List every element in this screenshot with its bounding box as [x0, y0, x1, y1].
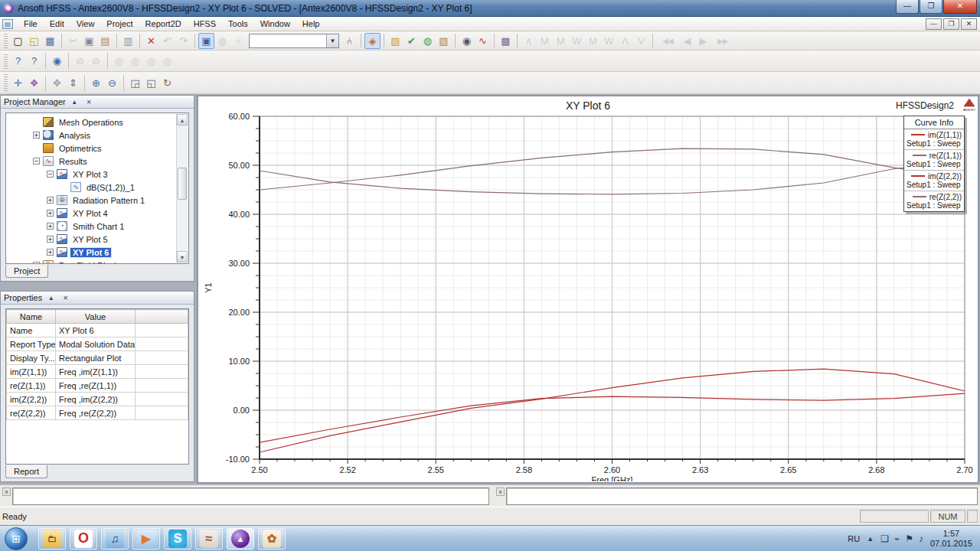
print-icon[interactable]: ▥: [120, 33, 136, 49]
tree-item-optimetrics[interactable]: Optimetrics: [7, 142, 176, 155]
scroll-thumb[interactable]: [178, 168, 187, 200]
validate-icon[interactable]: ▨: [387, 33, 403, 49]
paste-icon[interactable]: ▤: [97, 33, 113, 49]
table-row[interactable]: Report TypeModal Solution Data: [7, 337, 188, 351]
menu-item-report2d[interactable]: Report2D: [139, 18, 188, 30]
minimize-button[interactable]: —: [896, 0, 919, 14]
collapse-minus-icon[interactable]: −: [47, 171, 54, 178]
expand-plus-icon[interactable]: +: [47, 249, 54, 256]
expand-plus-icon[interactable]: +: [47, 236, 54, 243]
profile-icon[interactable]: ▧: [436, 33, 452, 49]
tree-item-port-field-display[interactable]: +ᴿPort Field Display: [7, 259, 176, 264]
tab-report[interactable]: Report: [5, 465, 47, 478]
expand-plus-icon[interactable]: +: [47, 210, 54, 217]
delete-icon[interactable]: ✕: [143, 33, 159, 49]
tree-item-xy-plot-4[interactable]: +∿XY Plot 4: [7, 207, 176, 220]
property-value-cell[interactable]: XY Plot 6: [56, 324, 136, 337]
message-close-icon[interactable]: x: [496, 487, 505, 496]
message-close-icon[interactable]: x: [2, 487, 11, 496]
orientation-icon[interactable]: ❖: [26, 75, 42, 91]
mdi-close-button[interactable]: ✕: [961, 18, 977, 30]
volume-mixer-icon[interactable]: ♫: [101, 528, 129, 549]
message-field-left[interactable]: [12, 487, 489, 505]
tree-scrollbar[interactable]: ▲ ▼: [176, 114, 188, 262]
column-header-name[interactable]: Name: [7, 310, 56, 324]
property-value-cell[interactable]: Rectangular Plot: [56, 351, 136, 365]
menu-item-tools[interactable]: Tools: [222, 18, 254, 30]
expand-plus-icon[interactable]: +: [33, 132, 40, 139]
tree-item-results[interactable]: −∿Results: [7, 155, 176, 168]
submit-job-icon[interactable]: ◍: [420, 33, 436, 49]
table-row[interactable]: im(Z(1,1))Freq ,im(Z(1,1)): [7, 365, 188, 379]
close-button[interactable]: ✕: [943, 0, 977, 14]
property-value-cell[interactable]: Freq ,re(Z(1,1)): [56, 379, 136, 393]
property-value-cell[interactable]: Freq ,im(Z(2,2)): [56, 393, 136, 406]
start-button[interactable]: ⊞: [5, 527, 28, 550]
tray-app-icon[interactable]: ❏: [880, 533, 889, 544]
collapse-minus-icon[interactable]: −: [33, 158, 40, 165]
paint-icon[interactable]: ✿: [258, 528, 286, 549]
panel-collapse-icon[interactable]: ▲: [69, 97, 80, 107]
show-all-icon[interactable]: ◉: [49, 53, 65, 69]
table-row[interactable]: re(Z(2,2))Freq ,re(Z(2,2)): [7, 406, 188, 420]
property-value-cell[interactable]: Freq ,im(Z(1,1)): [56, 365, 136, 379]
combobox-arrow-icon[interactable]: ▼: [326, 34, 338, 47]
menu-item-edit[interactable]: Edit: [44, 18, 70, 30]
network-icon[interactable]: ⌁: [894, 533, 900, 544]
dynamic-zoom-icon[interactable]: ⇕: [65, 75, 81, 91]
expand-plus-icon[interactable]: +: [47, 223, 54, 230]
tab-project[interactable]: Project: [5, 265, 48, 278]
new-file-icon[interactable]: ▢: [10, 33, 26, 49]
copy-image-icon[interactable]: ▩: [498, 33, 514, 49]
scroll-up-icon[interactable]: ▲: [177, 114, 188, 126]
mdi-document-icon[interactable]: ▤: [2, 19, 13, 29]
panel-close-icon[interactable]: ✕: [60, 293, 71, 303]
restore-button[interactable]: ❐: [920, 0, 942, 14]
pan-icon[interactable]: ✥: [49, 75, 65, 91]
table-row[interactable]: Display Ty...Rectangular Plot: [7, 351, 188, 365]
curve-info-legend[interactable]: Curve Info im(Z(1,1))Setup1 : Sweepre(Z(…: [903, 116, 965, 212]
tree-item-xy-plot-5[interactable]: +∿XY Plot 5: [7, 233, 176, 246]
tree-item-smith-chart-1[interactable]: +◔Smith Chart 1: [7, 220, 176, 233]
explorer-icon[interactable]: 🗀: [38, 528, 66, 549]
menu-item-hfss[interactable]: HFSS: [188, 18, 222, 30]
fit-all-icon[interactable]: ◱: [143, 75, 159, 91]
menu-item-window[interactable]: Window: [254, 18, 296, 30]
show-hidden-icons-icon[interactable]: ▲: [867, 535, 874, 543]
language-indicator[interactable]: RU: [848, 534, 860, 543]
mdi-minimize-button[interactable]: —: [926, 18, 942, 30]
move-origin-icon[interactable]: ✛: [10, 75, 26, 91]
save-icon[interactable]: ▦: [42, 33, 58, 49]
table-row[interactable]: NameXY Plot 6: [7, 324, 188, 337]
tree-item-xy-plot-3[interactable]: −∿XY Plot 3: [7, 168, 176, 181]
help-topics-icon[interactable]: ?: [10, 53, 26, 69]
action-center-icon[interactable]: ⚑: [905, 533, 913, 544]
menu-item-view[interactable]: View: [70, 18, 101, 30]
zoom-out-icon[interactable]: ⊖: [104, 75, 120, 91]
skype-icon[interactable]: S: [164, 528, 191, 549]
taskbar-clock[interactable]: 1:57 07.01.2015: [930, 529, 972, 549]
property-value-cell[interactable]: Freq ,re(Z(2,2)): [56, 406, 136, 420]
create-report-icon[interactable]: ∿: [475, 33, 491, 49]
tray-volume-icon[interactable]: ♪: [919, 533, 923, 544]
panel-collapse-icon[interactable]: ▲: [45, 293, 57, 303]
analyze-all-icon[interactable]: ✔: [403, 33, 420, 49]
axes-rotate-icon[interactable]: ↻: [159, 75, 175, 91]
message-window-icon[interactable]: ◈: [364, 33, 381, 49]
solve-setup-icon[interactable]: ⑃: [341, 33, 358, 49]
expand-plus-icon[interactable]: +: [33, 262, 40, 264]
property-value-cell[interactable]: Modal Solution Data: [56, 337, 136, 351]
tree-item-mesh-operations[interactable]: Mesh Operations: [7, 116, 176, 129]
solve-icon[interactable]: ▣: [198, 33, 214, 49]
scroll-down-icon[interactable]: ▼: [177, 251, 188, 262]
open-folder-icon[interactable]: ◱: [26, 33, 42, 49]
hfss-icon[interactable]: ▲: [227, 528, 254, 549]
browse-solutions-icon[interactable]: ◉: [459, 33, 475, 49]
zoom-window-icon[interactable]: ◲: [127, 75, 143, 91]
copy-icon[interactable]: ▣: [81, 33, 97, 49]
opera-icon[interactable]: O: [70, 528, 97, 549]
designer-icon[interactable]: ≈: [195, 528, 223, 549]
table-row[interactable]: re(Z(1,1))Freq ,re(Z(1,1)): [7, 379, 188, 393]
media-player-icon[interactable]: ▶: [132, 528, 160, 549]
menu-item-project[interactable]: Project: [100, 18, 139, 30]
